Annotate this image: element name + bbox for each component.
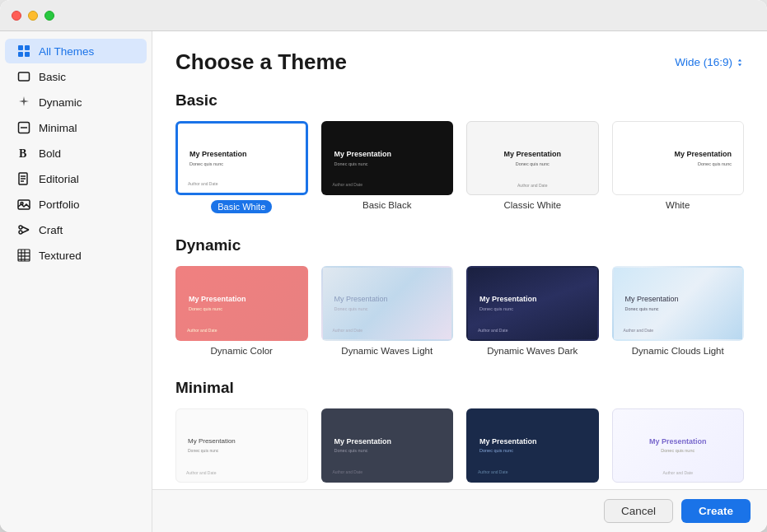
theme-label-wrap-classic-white: Classic White bbox=[503, 200, 561, 210]
svg-line-16 bbox=[22, 226, 29, 230]
chevron-updown-icon bbox=[736, 58, 744, 67]
theme-label-white: White bbox=[666, 200, 690, 210]
traffic-lights bbox=[12, 11, 54, 21]
cancel-button[interactable]: Cancel bbox=[604, 499, 673, 523]
sidebar-item-craft[interactable]: Craft bbox=[5, 217, 147, 242]
theme-dynamic-waves-light[interactable]: My Presentation Donec quis nunc Author a… bbox=[321, 266, 454, 355]
section-title-minimal: Minimal bbox=[175, 379, 744, 397]
theme-dynamic-color[interactable]: My Presentation Donec quis nunc Author a… bbox=[175, 266, 308, 355]
theme-label-wrap-basic-black: Basic Black bbox=[362, 200, 411, 210]
main-content: Choose a Theme Wide (16:9) Basic bbox=[152, 31, 767, 532]
footer: Cancel Create bbox=[152, 489, 767, 532]
theme-basic-white[interactable]: My Presentation Donec quis nunc Author a… bbox=[175, 121, 308, 213]
theme-thumb-basic-black: My Presentation Donec quis nunc Author a… bbox=[321, 121, 454, 195]
theme-label-wrap-basic-white: Basic White bbox=[211, 200, 272, 213]
theme-label-dynamic-color: Dynamic Color bbox=[211, 346, 273, 356]
theme-thumb-dynamic-waves-light: My Presentation Donec quis nunc Author a… bbox=[321, 266, 454, 340]
theme-thumb-dynamic-color: My Presentation Donec quis nunc Author a… bbox=[175, 266, 308, 340]
sidebar-label-minimal: Minimal bbox=[39, 122, 77, 134]
svg-text:B: B bbox=[19, 147, 26, 160]
theme-minimalist-dark[interactable]: My Presentation Donec quis nunc Author a… bbox=[321, 408, 454, 489]
rectangle-icon bbox=[16, 69, 31, 84]
sidebar-item-editorial[interactable]: Editorial bbox=[5, 166, 147, 191]
theme-dynamic-clouds-light[interactable]: My Presentation Donec quis nunc Author a… bbox=[612, 266, 745, 355]
section-title-dynamic: Dynamic bbox=[175, 236, 744, 254]
sidebar-label-basic: Basic bbox=[39, 71, 66, 83]
theme-label-dynamic-waves-light: Dynamic Waves Light bbox=[341, 346, 433, 356]
sidebar-item-portfolio[interactable]: Portfolio bbox=[5, 192, 147, 217]
theme-grid-basic: My Presentation Donec quis nunc Author a… bbox=[175, 121, 744, 213]
svg-rect-3 bbox=[25, 52, 30, 57]
theme-label-dynamic-clouds-light: Dynamic Clouds Light bbox=[632, 346, 724, 356]
theme-label-wrap-dynamic-waves-dark: Dynamic Waves Dark bbox=[487, 346, 578, 356]
theme-label-wrap-dynamic-color: Dynamic Color bbox=[211, 346, 273, 356]
sidebar-label-editorial: Editorial bbox=[39, 173, 79, 185]
sidebar-item-dynamic[interactable]: Dynamic bbox=[5, 90, 147, 114]
svg-rect-1 bbox=[25, 45, 30, 50]
titlebar bbox=[0, 0, 767, 31]
maximize-button[interactable] bbox=[44, 11, 54, 21]
svg-point-15 bbox=[19, 231, 22, 234]
theme-basic-color[interactable]: My Presentation Donec quis nunc Author a… bbox=[466, 408, 599, 489]
aspect-ratio-selector[interactable]: Wide (16:9) bbox=[675, 56, 744, 68]
svg-rect-2 bbox=[18, 52, 23, 57]
themes-scroll-area[interactable]: Basic My Presentation Donec quis nunc Au… bbox=[152, 83, 767, 489]
svg-line-17 bbox=[22, 230, 29, 233]
minimize-button[interactable] bbox=[28, 11, 38, 21]
sidebar-label-all-themes: All Themes bbox=[39, 45, 94, 58]
section-dynamic: Dynamic My Presentation Donec quis nunc … bbox=[175, 236, 744, 355]
sidebar-label-portfolio: Portfolio bbox=[39, 198, 80, 211]
theme-thumb-basic-color: My Presentation Donec quis nunc Author a… bbox=[466, 408, 599, 483]
theme-white[interactable]: My Presentation Donec quis nunc White bbox=[612, 121, 745, 213]
section-basic: Basic My Presentation Donec quis nunc Au… bbox=[175, 91, 744, 213]
sparkles-icon bbox=[16, 95, 31, 110]
theme-grid-minimal: My Presentation Donec quis nunc Author a… bbox=[175, 408, 744, 489]
theme-grid-dynamic: My Presentation Donec quis nunc Author a… bbox=[175, 266, 744, 355]
scissors-icon bbox=[16, 222, 31, 237]
sidebar-label-bold: Bold bbox=[39, 147, 61, 160]
sidebar-label-textured: Textured bbox=[39, 250, 82, 262]
theme-classic-white[interactable]: My Presentation Donec quis nunc Author a… bbox=[466, 121, 599, 213]
theme-basic-black[interactable]: My Presentation Donec quis nunc Author a… bbox=[321, 121, 454, 213]
theme-thumb-minimalist-dark: My Presentation Donec quis nunc Author a… bbox=[321, 408, 454, 483]
sidebar-item-all-themes[interactable]: All Themes bbox=[5, 39, 147, 63]
close-button[interactable] bbox=[12, 11, 21, 21]
content-area: All Themes Basic Dynamic bbox=[0, 31, 767, 532]
svg-point-14 bbox=[19, 226, 22, 229]
page-title: Choose a Theme bbox=[175, 49, 347, 75]
theme-thumb-white: My Presentation Donec quis nunc bbox=[612, 121, 745, 195]
theme-thumb-color-gradient-light: My Presentation Donec quis nunc Author a… bbox=[612, 408, 745, 483]
svg-rect-4 bbox=[19, 72, 30, 81]
grid-icon bbox=[16, 44, 31, 58]
section-minimal: Minimal My Presentation Donec quis nunc … bbox=[175, 379, 744, 489]
section-title-basic: Basic bbox=[175, 91, 744, 110]
sidebar-item-minimal[interactable]: Minimal bbox=[5, 115, 147, 140]
theme-thumb-minimalist-light: My Presentation Donec quis nunc Author a… bbox=[175, 408, 308, 483]
theme-color-gradient-light[interactable]: My Presentation Donec quis nunc Author a… bbox=[612, 408, 745, 489]
sidebar-item-textured[interactable]: Textured bbox=[5, 243, 147, 268]
photo-icon bbox=[16, 197, 31, 212]
theme-label-dynamic-waves-dark: Dynamic Waves Dark bbox=[487, 346, 578, 356]
theme-thumb-dynamic-clouds-light: My Presentation Donec quis nunc Author a… bbox=[612, 266, 745, 340]
main-header: Choose a Theme Wide (16:9) bbox=[152, 31, 767, 83]
theme-dynamic-waves-dark[interactable]: My Presentation Donec quis nunc Author a… bbox=[466, 266, 599, 355]
sidebar-item-bold[interactable]: B Bold bbox=[5, 141, 147, 166]
doc-text-icon bbox=[16, 171, 31, 186]
theme-label-basic-black: Basic Black bbox=[362, 200, 411, 210]
theme-thumb-dynamic-waves-dark: My Presentation Donec quis nunc Author a… bbox=[466, 266, 599, 340]
sidebar-label-dynamic: Dynamic bbox=[39, 96, 82, 109]
aspect-ratio-label: Wide (16:9) bbox=[675, 56, 732, 68]
bold-icon: B bbox=[16, 146, 31, 161]
sidebar-item-basic[interactable]: Basic bbox=[5, 64, 147, 89]
main-window: All Themes Basic Dynamic bbox=[0, 0, 767, 532]
theme-thumb-classic-white: My Presentation Donec quis nunc Author a… bbox=[466, 121, 599, 195]
selected-badge: Basic White bbox=[211, 200, 272, 213]
texture-icon bbox=[16, 248, 31, 263]
sidebar-label-craft: Craft bbox=[39, 224, 63, 236]
theme-thumb-basic-white: My Presentation Donec quis nunc Author a… bbox=[175, 121, 308, 195]
theme-label-classic-white: Classic White bbox=[503, 200, 561, 210]
theme-label-wrap-white: White bbox=[666, 200, 690, 210]
theme-minimalist-light[interactable]: My Presentation Donec quis nunc Author a… bbox=[175, 408, 308, 489]
minus-square-icon bbox=[16, 120, 31, 135]
create-button[interactable]: Create bbox=[681, 499, 751, 523]
